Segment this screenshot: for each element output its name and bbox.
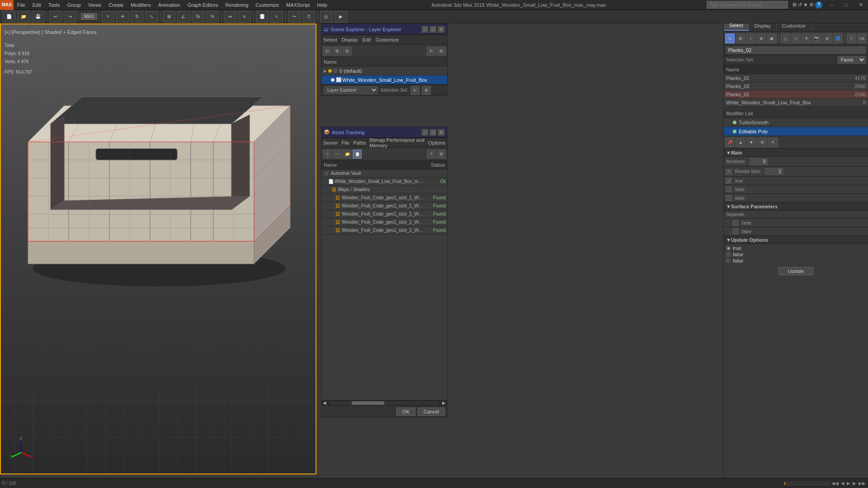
render-iters-checkbox[interactable]: ✓ — [726, 169, 731, 174]
status-play[interactable]: ▶ — [847, 481, 850, 486]
menu-views[interactable]: Views — [85, 0, 105, 9]
se-tb-filter[interactable]: ⊡ — [323, 47, 332, 56]
menu-maxscript[interactable]: MAXScript — [283, 0, 313, 9]
radio-always[interactable] — [726, 246, 731, 250]
obj-row-planks02[interactable]: Planks_02 2240 — [724, 90, 868, 99]
explicit-normals-cb[interactable] — [726, 195, 731, 201]
mod-turbosmooh[interactable]: TurboSmooth — [724, 118, 868, 127]
at-menu-options[interactable]: Options — [428, 140, 445, 145]
scroll-track[interactable] — [330, 401, 439, 405]
menu-group[interactable]: Group — [63, 0, 85, 9]
tb-render[interactable]: ▶ — [335, 11, 347, 23]
st-helpers[interactable]: ⊕ — [822, 33, 832, 43]
mc-move-up[interactable]: ▲ — [736, 137, 745, 147]
menu-rendering[interactable]: Rendering — [222, 0, 252, 9]
st-select-obj[interactable]: ⊡ — [725, 33, 735, 43]
tb-spinner-snap[interactable]: ⟳ — [206, 11, 219, 23]
close-btn[interactable]: ✕ — [854, 0, 868, 9]
search-input[interactable] — [707, 1, 788, 9]
tb-save[interactable]: 💾 — [32, 11, 44, 23]
tb-undo[interactable]: ↩ — [49, 11, 62, 23]
se-sync-btn[interactable]: ↻ — [410, 86, 420, 95]
maximize-btn[interactable]: □ — [839, 0, 854, 9]
toolbar-icon-2[interactable]: ↺ — [798, 2, 802, 8]
at-row-maps[interactable]: 🖼 Maps / Shaders — [321, 186, 447, 194]
menu-edit[interactable]: Edit — [29, 0, 45, 9]
at-maximize[interactable]: □ — [429, 129, 437, 136]
menu-modifiers[interactable]: Modifiers — [127, 0, 155, 9]
isoline-cb[interactable] — [726, 187, 731, 192]
section-surface-params[interactable]: ▼ Surface Parameters — [724, 202, 868, 211]
mod-editable-poly[interactable]: Editable Poly — [724, 127, 868, 136]
tb-ribbon[interactable]: ≈ — [270, 11, 283, 23]
tb-move[interactable]: ✛ — [116, 11, 129, 23]
se-tb-settings[interactable]: ⚙ — [437, 47, 446, 56]
tb-align[interactable]: ≡ — [238, 11, 251, 23]
st-shapes[interactable]: ◇ — [791, 33, 801, 43]
iterations-input[interactable] — [750, 158, 768, 165]
scene-explorer-close[interactable]: ✕ — [438, 26, 445, 33]
at-tb-help[interactable]: ? — [427, 150, 436, 159]
at-menu-server[interactable]: Server — [323, 140, 338, 145]
at-tb-folder[interactable]: 📁 — [343, 150, 352, 159]
tb-mirror[interactable]: ⇔ — [224, 11, 236, 23]
mc-delete[interactable]: ✕ — [768, 137, 778, 147]
tb-percent-snap[interactable]: % — [192, 11, 204, 23]
tb-layer[interactable]: 📑 — [256, 11, 269, 23]
name-input[interactable] — [726, 47, 866, 54]
at-close[interactable]: ✕ — [438, 129, 445, 136]
at-minimize[interactable]: − — [421, 129, 429, 136]
status-playback-fwd[interactable]: ▶▶ — [859, 481, 866, 486]
st-all[interactable]: ◉ — [767, 33, 777, 43]
tb-redo[interactable]: ↪ — [64, 11, 76, 23]
mc-configure[interactable]: ⚙ — [757, 137, 767, 147]
se-tb-collapse[interactable]: ⊟ — [343, 47, 352, 56]
at-row-map-n[interactable]: 🖼 Wooden_Fruit_Crate_geo1_size_1_White_N… — [321, 218, 447, 226]
tb-new[interactable]: 📄 — [3, 11, 15, 23]
status-prev-frame[interactable]: ◀ — [841, 481, 844, 486]
at-row-map-r[interactable]: 🖼 Wooden_Fruit_Crate_geo1_size_1_White_R… — [321, 226, 447, 235]
scroll-thumb[interactable] — [352, 401, 384, 405]
radio-manually[interactable] — [726, 258, 731, 263]
status-next-frame[interactable]: ▶ — [853, 481, 856, 486]
menu-create[interactable]: Create — [105, 0, 127, 9]
st-none[interactable]: ⊗ — [756, 33, 766, 43]
obj-row-whitebox[interactable]: White_Wooden_Small_Low_Fruit_Box 0 — [724, 99, 868, 107]
at-row-file[interactable]: 📄 White_Wooden_Small_Low_Fruit_Box_max_v… — [321, 178, 447, 186]
scroll-right-btn[interactable]: ▶ — [441, 400, 447, 405]
render-iters-input[interactable] — [765, 168, 783, 175]
menu-help[interactable]: Help — [313, 0, 331, 9]
section-main[interactable]: ▼ Main — [724, 149, 868, 157]
explorer-type-dropdown[interactable]: Layer Explorer Scene Explorer — [324, 86, 378, 94]
se-menu-display[interactable]: Display — [342, 37, 358, 42]
obj-row-planks03[interactable]: Planks_03 2500 — [724, 82, 868, 90]
minimize-btn[interactable]: − — [825, 0, 839, 9]
mc-pin[interactable]: 📌 — [725, 137, 735, 147]
menu-file[interactable]: File — [14, 0, 29, 9]
se-menu-customize[interactable]: Customize — [376, 37, 399, 42]
section-update-options[interactable]: ▼ Update Options — [724, 236, 868, 244]
asset-scrollbar[interactable]: ◀ ▶ — [321, 400, 447, 405]
at-cancel-btn[interactable]: Cancel — [418, 408, 445, 416]
st-select-hier[interactable]: ⊞ — [736, 33, 745, 43]
tb-rotate[interactable]: ↻ — [131, 11, 143, 23]
st-invert[interactable]: ↕ — [746, 33, 755, 43]
se-menu-edit[interactable]: Edit — [363, 37, 371, 42]
radio-when-rendering[interactable] — [726, 252, 731, 257]
scroll-left-btn[interactable]: ◀ — [321, 400, 328, 405]
selection-type-dropdown[interactable]: Faces Vertices Edges — [838, 56, 866, 64]
tb-scale[interactable]: ⤡ — [145, 11, 158, 23]
at-tb-reload[interactable]: 📋 — [353, 150, 362, 159]
tb-select[interactable]: ↖ — [102, 11, 114, 23]
at-row-map-f[interactable]: 🖼 Wooden_Fruit_Crate_geo1_size_1_White_F… — [321, 202, 447, 210]
at-tb-add[interactable]: ➕ — [323, 150, 332, 159]
st-lights[interactable]: ☀ — [802, 33, 811, 43]
se-tb-sync[interactable]: ↻ — [427, 47, 436, 56]
toolbar-icon-3[interactable]: ★ — [803, 2, 808, 8]
menu-graph[interactable]: Graph Editors — [184, 0, 222, 9]
at-row-map-g[interactable]: 🖼 Wooden_Fruit_Crate_geo1_size_1_White_G… — [321, 210, 447, 218]
at-ok-btn[interactable]: OK — [396, 408, 415, 416]
layer-item-box[interactable]: ⬜ White_Wooden_Small_Low_Fruit_Box — [321, 75, 447, 84]
smoothing-groups-cb[interactable] — [733, 229, 738, 234]
tb-angle-snap[interactable]: ∠ — [177, 11, 190, 23]
